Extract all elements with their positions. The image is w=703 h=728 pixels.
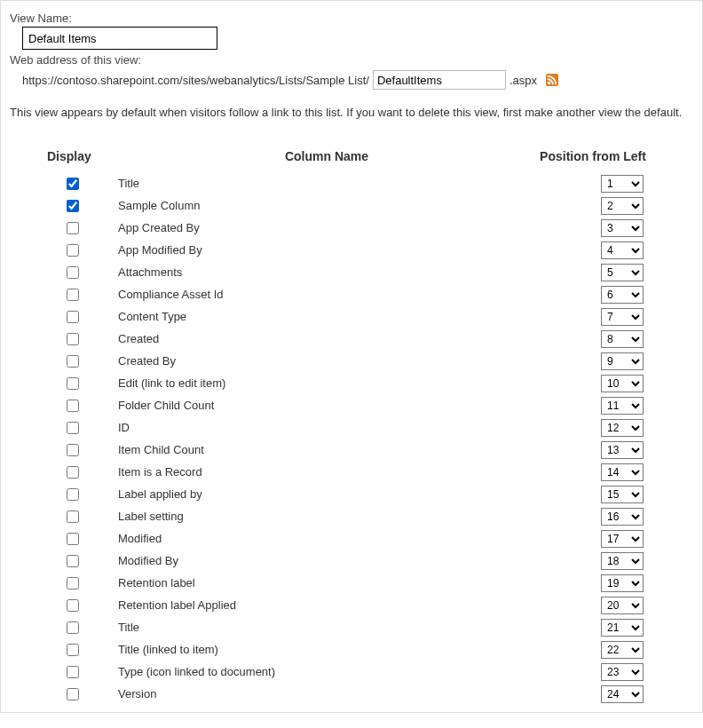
position-select[interactable]: 123456789101112131415161718192021222324 [601,308,644,326]
display-checkbox[interactable] [67,289,79,301]
position-select[interactable]: 123456789101112131415161718192021222324 [601,641,644,659]
column-row: Label setting123456789101112131415161718… [47,505,651,527]
column-row: Version123456789101112131415161718192021… [47,683,651,705]
column-row: App Created By12345678910111213141516171… [47,217,651,239]
column-row: Item is a Record123456789101112131415161… [47,461,651,483]
column-row: Retention label1234567891011121314151617… [47,572,651,594]
column-row: Retention label Applied12345678910111213… [47,594,651,616]
column-name: Modified [118,532,553,545]
column-row: Title12345678910111213141516171819202122… [47,616,651,638]
display-checkbox[interactable] [67,599,79,612]
column-name: Edit (link to edit item) [118,376,553,390]
column-name: Compliance Asset Id [118,288,553,301]
position-select[interactable]: 123456789101112131415161718192021222324 [601,397,644,415]
column-name: Item Child Count [118,443,553,456]
url-suffix: .aspx [509,74,537,87]
display-checkbox[interactable] [67,266,79,279]
position-select[interactable]: 123456789101112131415161718192021222324 [601,330,644,348]
display-checkbox[interactable] [67,444,79,456]
display-checkbox[interactable] [67,488,79,501]
display-checkbox[interactable] [67,311,79,323]
column-row: Item Child Count123456789101112131415161… [47,439,651,461]
column-row: Compliance Asset Id123456789101112131415… [47,283,651,305]
display-checkbox[interactable] [67,222,79,234]
display-checkbox[interactable] [67,244,79,257]
column-name: Label applied by [118,487,553,501]
display-checkbox[interactable] [67,200,79,212]
column-row: Folder Child Count1234567891011121314151… [47,394,651,416]
column-name: Retention label [118,576,553,590]
url-slug-input[interactable] [373,70,506,90]
display-checkbox[interactable] [67,555,79,567]
display-checkbox[interactable] [67,400,79,412]
position-select[interactable]: 123456789101112131415161718192021222324 [601,486,644,503]
column-name: Retention label Applied [118,598,553,612]
column-name: Content Type [118,310,553,323]
column-name: Created By [118,354,553,368]
position-select[interactable]: 123456789101112131415161718192021222324 [601,552,644,570]
column-name: Title [118,621,553,634]
position-select[interactable]: 123456789101112131415161718192021222324 [601,530,644,548]
column-name: Version [118,687,553,700]
display-checkbox[interactable] [67,422,79,434]
display-checkbox[interactable] [67,621,79,634]
position-select[interactable]: 123456789101112131415161718192021222324 [601,219,644,237]
column-name: App Modified By [118,243,553,257]
display-checkbox[interactable] [67,178,79,190]
column-name: Modified By [118,554,553,567]
position-select[interactable]: 123456789101112131415161718192021222324 [601,597,644,614]
column-row: Label applied by123456789101112131415161… [47,483,651,505]
column-name: App Created By [118,221,553,234]
position-select[interactable]: 123456789101112131415161718192021222324 [601,663,644,681]
column-name: Attachments [118,265,553,279]
column-name: ID [118,421,553,434]
column-name: Type (icon linked to document) [118,665,553,678]
column-row: Content Type1234567891011121314151617181… [47,305,651,328]
position-select[interactable]: 123456789101112131415161718192021222324 [601,463,644,481]
position-select[interactable]: 123456789101112131415161718192021222324 [601,441,644,459]
svg-point-1 [548,82,551,85]
column-name: Title [118,177,553,190]
header-display: Display [47,149,118,163]
column-row: Type (icon linked to document)1234567891… [47,661,651,683]
column-row: Title12345678910111213141516171819202122… [47,172,651,194]
web-address-label: Web address of this view: [10,53,693,67]
position-select[interactable]: 123456789101112131415161718192021222324 [601,241,644,259]
column-row: Edit (link to edit item)1234567891011121… [47,372,651,394]
column-row: Modified By12345678910111213141516171819… [47,550,651,572]
rss-icon[interactable] [546,74,558,86]
column-name: Folder Child Count [118,399,553,412]
position-select[interactable]: 123456789101112131415161718192021222324 [601,286,644,304]
url-prefix: https://contoso.sharepoint.com/sites/web… [22,74,369,87]
column-name: Sample Column [118,199,553,212]
header-column-name: Column Name [118,149,535,163]
view-name-label: View Name: [10,12,693,25]
display-checkbox[interactable] [67,333,79,345]
display-checkbox[interactable] [67,377,79,390]
position-select[interactable]: 123456789101112131415161718192021222324 [601,685,644,703]
position-select[interactable]: 123456789101112131415161718192021222324 [601,352,644,370]
display-checkbox[interactable] [67,688,79,700]
column-row: Attachments12345678910111213141516171819… [47,261,651,283]
position-select[interactable]: 123456789101112131415161718192021222324 [601,197,644,215]
display-checkbox[interactable] [67,644,79,656]
position-select[interactable]: 123456789101112131415161718192021222324 [601,175,644,193]
display-checkbox[interactable] [67,577,79,590]
display-checkbox[interactable] [67,355,79,368]
default-view-note: This view appears by default when visito… [10,106,693,119]
display-checkbox[interactable] [67,510,79,523]
position-select[interactable]: 123456789101112131415161718192021222324 [601,419,644,437]
position-select[interactable]: 123456789101112131415161718192021222324 [601,508,644,526]
column-name: Created [118,332,553,345]
display-checkbox[interactable] [67,666,79,678]
position-select[interactable]: 123456789101112131415161718192021222324 [601,375,644,392]
position-select[interactable]: 123456789101112131415161718192021222324 [601,574,644,592]
position-select[interactable]: 123456789101112131415161718192021222324 [601,619,644,637]
view-name-input[interactable] [22,27,217,50]
display-checkbox[interactable] [67,533,79,545]
column-row: Created By123456789101112131415161718192… [47,350,651,372]
position-select[interactable]: 123456789101112131415161718192021222324 [601,264,644,281]
display-checkbox[interactable] [67,466,79,479]
column-row: Modified12345678910111213141516171819202… [47,527,651,550]
header-position: Position from Left [535,149,651,163]
